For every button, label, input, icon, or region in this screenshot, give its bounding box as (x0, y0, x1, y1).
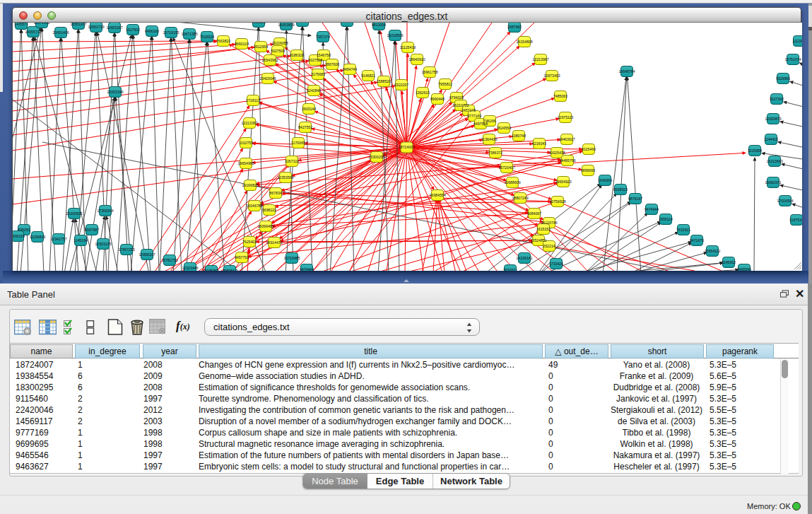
svg-text:7632621: 7632621 (676, 228, 690, 232)
svg-text:10025438: 10025438 (548, 151, 565, 155)
svg-text:20053346: 20053346 (107, 90, 123, 94)
svg-text:10688609: 10688609 (504, 180, 520, 185)
svg-text:19463627: 19463627 (558, 137, 575, 141)
svg-text:14055712: 14055712 (25, 30, 41, 34)
svg-text:19571352: 19571352 (33, 23, 49, 25)
svg-text:21364436: 21364436 (481, 137, 497, 141)
svg-text:1405571: 1405571 (14, 23, 28, 26)
svg-text:1939154: 1939154 (13, 234, 25, 238)
svg-text:9084067: 9084067 (527, 211, 541, 216)
svg-text:16553267: 16553267 (70, 23, 86, 26)
svg-text:9146821: 9146821 (361, 74, 375, 78)
svg-text:10653267: 10653267 (106, 25, 122, 30)
svg-text:16210643: 16210643 (766, 159, 782, 163)
svg-text:19654923: 19654923 (555, 180, 571, 184)
svg-text:16961758: 16961758 (421, 70, 437, 74)
svg-text:19384554: 19384554 (429, 193, 445, 197)
svg-text:3175685: 3175685 (311, 72, 325, 76)
svg-text:1588520: 1588520 (377, 79, 391, 83)
svg-text:12323446: 12323446 (182, 266, 198, 270)
svg-text:1527602: 1527602 (126, 28, 140, 32)
svg-text:9245652: 9245652 (722, 260, 736, 264)
svg-text:11156829: 11156829 (30, 235, 45, 239)
svg-text:16154808: 16154808 (516, 40, 532, 44)
svg-text:8813054: 8813054 (340, 23, 354, 23)
svg-text:14136141: 14136141 (516, 256, 532, 260)
svg-text:1733426: 1733426 (549, 262, 563, 266)
svg-text:12342757: 12342757 (50, 237, 66, 241)
svg-text:1167534: 1167534 (789, 218, 802, 222)
svg-text:10958107: 10958107 (139, 252, 155, 257)
svg-text:12975115: 12975115 (558, 115, 574, 119)
svg-text:8454749: 8454749 (343, 67, 357, 71)
svg-text:1640954: 1640954 (598, 178, 612, 182)
svg-text:16782759: 16782759 (161, 258, 177, 262)
svg-text:9115460: 9115460 (582, 147, 596, 151)
svg-text:3912954: 3912954 (254, 45, 268, 49)
svg-text:9245052: 9245052 (204, 269, 218, 271)
svg-text:9474444: 9474444 (300, 267, 314, 271)
svg-text:10719155: 10719155 (163, 30, 179, 35)
svg-text:6879197: 6879197 (628, 197, 642, 201)
svg-text:9465546: 9465546 (737, 267, 751, 271)
svg-text:16914479: 16914479 (266, 240, 282, 245)
svg-text:2603144: 2603144 (302, 107, 316, 111)
svg-text:867834: 867834 (269, 191, 281, 195)
svg-text:17957253: 17957253 (118, 247, 134, 252)
svg-text:23226058: 23226058 (271, 41, 288, 45)
svg-text:252214: 252214 (543, 244, 555, 248)
svg-text:2718117: 2718117 (246, 98, 260, 103)
svg-text:6216043: 6216043 (532, 141, 546, 146)
svg-text:9777169: 9777169 (467, 114, 481, 118)
svg-text:15751074: 15751074 (784, 57, 801, 62)
svg-text:8471676: 8471676 (690, 238, 704, 243)
svg-text:6322037: 6322037 (394, 83, 408, 87)
svg-text:19218506: 19218506 (387, 33, 403, 37)
svg-text:7955812: 7955812 (438, 82, 452, 86)
svg-text:14495796: 14495796 (559, 158, 575, 163)
svg-text:7663822: 7663822 (216, 39, 230, 43)
svg-text:5698222: 5698222 (262, 208, 276, 212)
svg-text:9242848: 9242848 (307, 88, 321, 93)
svg-text:8938923: 8938923 (613, 187, 628, 192)
svg-text:16099489: 16099489 (257, 224, 273, 228)
svg-text:7632621: 7632621 (503, 268, 517, 271)
svg-text:12213967: 12213967 (532, 57, 548, 62)
svg-text:8427552: 8427552 (298, 125, 312, 129)
svg-text:7515524: 7515524 (200, 35, 214, 39)
svg-text:6466160: 6466160 (145, 29, 159, 33)
svg-text:1362615: 1362615 (416, 90, 430, 95)
svg-text:15716485: 15716485 (283, 256, 300, 260)
svg-text:9397587: 9397587 (85, 228, 99, 232)
svg-text:9474444: 9474444 (645, 207, 659, 211)
svg-text:11125419: 11125419 (400, 45, 416, 49)
svg-text:16543962: 16543962 (261, 58, 278, 62)
svg-text:10654112: 10654112 (705, 249, 721, 253)
svg-text:10756928: 10756928 (549, 199, 565, 204)
svg-text:1170065: 1170065 (291, 141, 305, 145)
svg-text:18807249: 18807249 (512, 196, 528, 200)
svg-text:8186328: 8186328 (290, 53, 304, 57)
svg-text:9329966: 9329966 (776, 76, 790, 81)
svg-text:12503135: 12503135 (95, 242, 111, 246)
svg-text:9638221: 9638221 (252, 23, 266, 24)
svg-text:23300295: 23300295 (368, 155, 384, 159)
svg-text:2457178: 2457178 (461, 108, 476, 112)
svg-text:3215958: 3215958 (748, 148, 762, 153)
svg-text:16120746: 16120746 (541, 221, 557, 225)
svg-text:18640910: 18640910 (408, 57, 425, 62)
svg-text:1615152: 1615152 (536, 227, 551, 231)
svg-text:3624554: 3624554 (497, 126, 511, 130)
svg-text:7357274: 7357274 (316, 35, 330, 39)
svg-text:23420046: 23420046 (259, 76, 276, 81)
svg-text:10973493: 10973493 (543, 74, 560, 78)
svg-text:18724007: 18724007 (399, 145, 415, 149)
svg-text:13524851: 13524851 (530, 238, 546, 243)
svg-text:12213363: 12213363 (241, 121, 257, 125)
svg-text:2987682: 2987682 (507, 25, 522, 29)
svg-text:12353594: 12353594 (277, 175, 293, 180)
svg-text:9457791: 9457791 (235, 255, 249, 259)
svg-text:19654985: 19654985 (237, 161, 254, 165)
svg-text:1145194: 1145194 (73, 238, 88, 243)
svg-text:1080748: 1080748 (512, 134, 526, 138)
